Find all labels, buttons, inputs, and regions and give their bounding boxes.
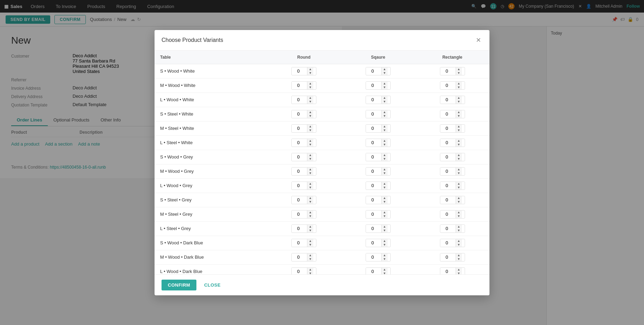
qty-input-rectangle[interactable] (440, 239, 456, 246)
qty-up-sqaure[interactable]: ▲ (382, 253, 388, 257)
qty-down-round[interactable]: ▼ (307, 272, 313, 274)
qty-up-rectangle[interactable]: ▲ (456, 125, 462, 128)
qty-up-rectangle[interactable]: ▲ (456, 196, 462, 200)
qty-input-wrap-sqaure[interactable]: ▲▼ (366, 253, 391, 261)
qty-input-wrap-rectangle[interactable]: ▲▼ (440, 110, 465, 118)
qty-input-wrap-round[interactable]: ▲▼ (291, 96, 316, 104)
qty-input-rectangle[interactable] (440, 96, 456, 103)
qty-up-round[interactable]: ▲ (307, 110, 313, 114)
qty-up-round[interactable]: ▲ (307, 168, 313, 171)
qty-input-rectangle[interactable] (440, 168, 456, 175)
qty-input-round[interactable] (292, 196, 307, 204)
qty-up-rectangle[interactable]: ▲ (456, 182, 462, 186)
qty-input-wrap-rectangle[interactable]: ▲▼ (440, 267, 465, 274)
qty-up-sqaure[interactable]: ▲ (382, 96, 388, 100)
qty-down-sqaure[interactable]: ▼ (382, 171, 388, 175)
qty-input-wrap-sqaure[interactable]: ▲▼ (366, 196, 391, 204)
qty-input-wrap-round[interactable]: ▲▼ (291, 224, 316, 233)
qty-up-round[interactable]: ▲ (307, 82, 313, 86)
qty-up-rectangle[interactable]: ▲ (456, 210, 462, 214)
qty-down-round[interactable]: ▼ (307, 128, 313, 132)
qty-input-wrap-rectangle[interactable]: ▲▼ (440, 182, 465, 190)
qty-down-round[interactable]: ▼ (307, 186, 313, 190)
qty-input-rectangle[interactable] (440, 182, 456, 189)
qty-up-round[interactable]: ▲ (307, 225, 313, 229)
qty-up-rectangle[interactable]: ▲ (456, 225, 462, 229)
qty-input-wrap-sqaure[interactable]: ▲▼ (366, 153, 391, 161)
qty-down-rectangle[interactable]: ▼ (456, 243, 462, 247)
qty-up-sqaure[interactable]: ▲ (382, 125, 388, 128)
qty-input-wrap-round[interactable]: ▲▼ (291, 167, 316, 176)
qty-up-round[interactable]: ▲ (307, 125, 313, 128)
qty-up-round[interactable]: ▲ (307, 182, 313, 186)
qty-input-wrap-round[interactable]: ▲▼ (291, 239, 316, 247)
qty-up-round[interactable]: ▲ (307, 253, 313, 257)
qty-up-round[interactable]: ▲ (307, 153, 313, 157)
qty-down-rectangle[interactable]: ▼ (456, 272, 462, 274)
qty-input-round[interactable] (292, 125, 307, 132)
qty-input-rectangle[interactable] (440, 153, 456, 161)
qty-input-wrap-round[interactable]: ▲▼ (291, 67, 316, 75)
qty-down-round[interactable]: ▼ (307, 86, 313, 89)
qty-input-sqaure[interactable] (366, 110, 381, 118)
qty-input-wrap-rectangle[interactable]: ▲▼ (440, 210, 465, 219)
qty-input-wrap-sqaure[interactable]: ▲▼ (366, 139, 391, 147)
qty-input-round[interactable] (292, 210, 307, 218)
qty-up-rectangle[interactable]: ▲ (456, 153, 462, 157)
qty-down-sqaure[interactable]: ▼ (382, 200, 388, 204)
qty-input-rectangle[interactable] (440, 253, 456, 261)
qty-up-sqaure[interactable]: ▲ (382, 110, 388, 114)
qty-input-wrap-round[interactable]: ▲▼ (291, 253, 316, 261)
qty-input-wrap-round[interactable]: ▲▼ (291, 196, 316, 204)
qty-input-sqaure[interactable] (366, 182, 381, 189)
qty-input-rectangle[interactable] (440, 82, 456, 89)
qty-input-round[interactable] (292, 253, 307, 261)
qty-input-sqaure[interactable] (366, 239, 381, 246)
qty-input-round[interactable] (292, 110, 307, 118)
qty-down-sqaure[interactable]: ▼ (382, 157, 388, 161)
qty-down-round[interactable]: ▼ (307, 100, 313, 104)
qty-input-sqaure[interactable] (366, 139, 381, 146)
qty-down-sqaure[interactable]: ▼ (382, 100, 388, 104)
qty-up-rectangle[interactable]: ▲ (456, 239, 462, 243)
qty-input-rectangle[interactable] (440, 196, 456, 204)
qty-input-wrap-sqaure[interactable]: ▲▼ (366, 182, 391, 190)
qty-input-wrap-round[interactable]: ▲▼ (291, 81, 316, 90)
qty-input-wrap-sqaure[interactable]: ▲▼ (366, 110, 391, 118)
qty-down-sqaure[interactable]: ▼ (382, 272, 388, 274)
qty-down-round[interactable]: ▼ (307, 214, 313, 218)
qty-up-sqaure[interactable]: ▲ (382, 153, 388, 157)
qty-input-wrap-round[interactable]: ▲▼ (291, 182, 316, 190)
qty-input-wrap-sqaure[interactable]: ▲▼ (366, 67, 391, 75)
qty-up-sqaure[interactable]: ▲ (382, 82, 388, 86)
qty-down-round[interactable]: ▼ (307, 143, 313, 147)
qty-input-sqaure[interactable] (366, 268, 381, 274)
qty-up-round[interactable]: ▲ (307, 96, 313, 100)
qty-input-round[interactable] (292, 96, 307, 103)
close-modal-button[interactable]: CLOSE (200, 280, 225, 290)
qty-down-rectangle[interactable]: ▼ (456, 100, 462, 104)
qty-down-rectangle[interactable]: ▼ (456, 186, 462, 190)
qty-up-rectangle[interactable]: ▲ (456, 96, 462, 100)
qty-input-wrap-sqaure[interactable]: ▲▼ (366, 210, 391, 219)
qty-input-rectangle[interactable] (440, 139, 456, 146)
qty-input-round[interactable] (292, 67, 307, 75)
qty-down-sqaure[interactable]: ▼ (382, 229, 388, 232)
qty-down-rectangle[interactable]: ▼ (456, 143, 462, 147)
qty-down-rectangle[interactable]: ▼ (456, 257, 462, 261)
qty-down-rectangle[interactable]: ▼ (456, 200, 462, 204)
qty-up-rectangle[interactable]: ▲ (456, 110, 462, 114)
qty-up-sqaure[interactable]: ▲ (382, 168, 388, 171)
qty-input-sqaure[interactable] (366, 210, 381, 218)
qty-up-sqaure[interactable]: ▲ (382, 210, 388, 214)
qty-down-rectangle[interactable]: ▼ (456, 71, 462, 75)
qty-down-round[interactable]: ▼ (307, 243, 313, 247)
qty-down-round[interactable]: ▼ (307, 171, 313, 175)
qty-down-rectangle[interactable]: ▼ (456, 86, 462, 89)
qty-input-sqaure[interactable] (366, 225, 381, 232)
qty-down-sqaure[interactable]: ▼ (382, 143, 388, 147)
qty-down-round[interactable]: ▼ (307, 114, 313, 118)
qty-input-sqaure[interactable] (366, 67, 381, 75)
qty-input-wrap-round[interactable]: ▲▼ (291, 124, 316, 133)
qty-input-sqaure[interactable] (366, 96, 381, 103)
